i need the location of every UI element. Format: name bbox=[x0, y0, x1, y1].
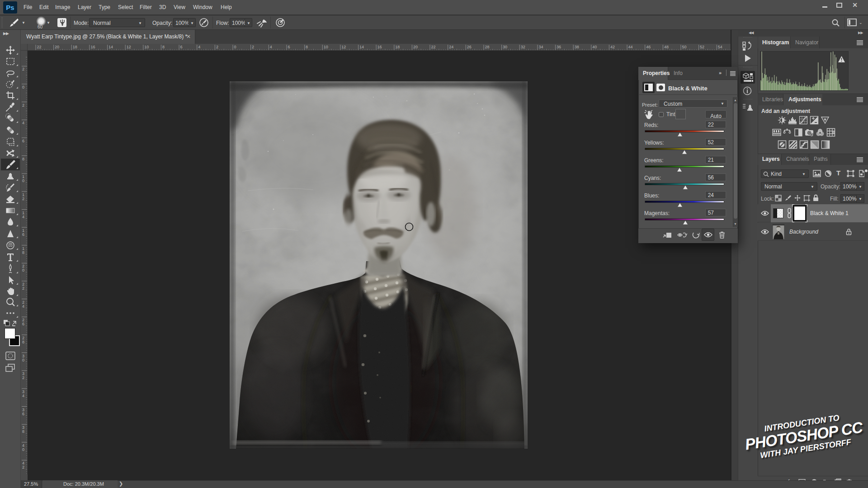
svg-text:0: 0 bbox=[22, 268, 24, 272]
svg-text:6: 6 bbox=[288, 45, 290, 49]
svg-text:40: 40 bbox=[592, 45, 597, 49]
svg-text:54: 54 bbox=[718, 45, 722, 49]
svg-text:18: 18 bbox=[395, 45, 400, 49]
svg-text:2: 2 bbox=[22, 375, 24, 380]
svg-text:2: 2 bbox=[22, 465, 24, 469]
svg-text:36: 36 bbox=[557, 45, 561, 49]
svg-text:30: 30 bbox=[503, 45, 507, 49]
svg-text:4: 4 bbox=[198, 45, 200, 49]
svg-text:0: 0 bbox=[22, 447, 24, 452]
svg-text:2: 2 bbox=[22, 286, 24, 291]
svg-text:18: 18 bbox=[73, 45, 77, 49]
svg-text:28: 28 bbox=[485, 45, 490, 49]
svg-text:38: 38 bbox=[575, 45, 579, 49]
svg-text:0: 0 bbox=[22, 358, 24, 362]
svg-text:52: 52 bbox=[700, 45, 704, 49]
svg-text:44: 44 bbox=[628, 45, 633, 49]
svg-text:8: 8 bbox=[162, 45, 165, 49]
svg-text:8: 8 bbox=[22, 250, 24, 255]
svg-text:4: 4 bbox=[22, 215, 24, 219]
svg-text:48: 48 bbox=[664, 45, 669, 49]
svg-text:4: 4 bbox=[22, 121, 24, 125]
svg-text:14: 14 bbox=[108, 45, 113, 49]
svg-text:8: 8 bbox=[306, 45, 308, 49]
svg-text:26: 26 bbox=[467, 45, 472, 49]
svg-text:34: 34 bbox=[538, 45, 543, 49]
svg-text:0: 0 bbox=[234, 45, 236, 49]
svg-text:2: 2 bbox=[252, 45, 254, 49]
svg-text:10: 10 bbox=[144, 45, 149, 49]
svg-text:2: 2 bbox=[22, 67, 24, 71]
svg-text:42: 42 bbox=[610, 45, 615, 49]
svg-text:2: 2 bbox=[22, 103, 24, 108]
svg-text:4: 4 bbox=[22, 304, 24, 309]
svg-text:14: 14 bbox=[359, 45, 364, 49]
svg-text:8: 8 bbox=[22, 157, 24, 161]
svg-text:22: 22 bbox=[37, 45, 42, 49]
svg-text:6: 6 bbox=[22, 322, 24, 326]
svg-text:12: 12 bbox=[341, 45, 346, 49]
svg-text:6: 6 bbox=[22, 232, 24, 237]
svg-text:0: 0 bbox=[22, 178, 24, 183]
svg-text:16: 16 bbox=[90, 45, 95, 49]
svg-text:0: 0 bbox=[22, 85, 24, 89]
svg-text:4: 4 bbox=[22, 394, 24, 398]
svg-text:16: 16 bbox=[377, 45, 382, 49]
svg-text:10: 10 bbox=[324, 45, 328, 49]
svg-text:6: 6 bbox=[22, 412, 24, 416]
svg-text:50: 50 bbox=[682, 45, 687, 49]
svg-text:8: 8 bbox=[22, 340, 24, 344]
svg-text:8: 8 bbox=[22, 429, 24, 434]
svg-text:2: 2 bbox=[22, 197, 24, 201]
svg-text:20: 20 bbox=[413, 45, 418, 49]
svg-text:24: 24 bbox=[449, 45, 453, 49]
svg-text:46: 46 bbox=[646, 45, 651, 49]
svg-text:32: 32 bbox=[521, 45, 525, 49]
svg-text:6: 6 bbox=[180, 45, 183, 49]
svg-text:2: 2 bbox=[216, 45, 218, 49]
svg-text:12: 12 bbox=[127, 45, 131, 49]
svg-text:4: 4 bbox=[270, 45, 272, 49]
svg-text:22: 22 bbox=[431, 45, 436, 49]
svg-text:6: 6 bbox=[22, 139, 24, 143]
svg-text:20: 20 bbox=[55, 45, 59, 49]
